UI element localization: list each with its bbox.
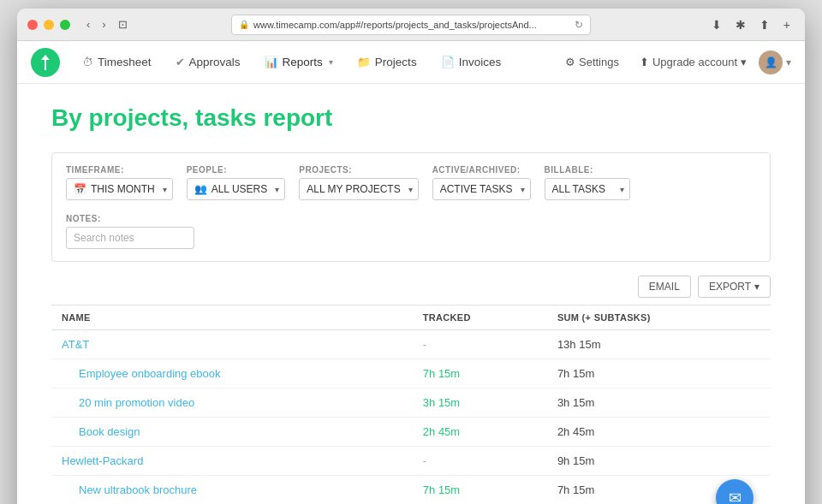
- filter-people: PEOPLE: 👥 ALL USERS: [187, 165, 286, 200]
- table-row: Book design 2h 45m 2h 45m: [51, 418, 771, 447]
- settings-icon: ⚙: [565, 56, 575, 68]
- filter-billable-label: BILLABLE:: [545, 165, 630, 175]
- table-row: New ultrabook brochure 7h 15m 7h 15m: [51, 476, 771, 505]
- nav-approvals-label: Approvals: [189, 56, 241, 68]
- cell-name[interactable]: New ultrabook brochure: [51, 476, 413, 505]
- titlebar-btn-1[interactable]: ⬇: [707, 16, 726, 33]
- filter-projects-select[interactable]: ALL MY PROJECTS: [299, 178, 418, 200]
- cell-sum: 2h 45m: [547, 418, 771, 447]
- window-toggle-button[interactable]: ⊡: [114, 16, 132, 33]
- upgrade-dropdown-arrow: ▾: [741, 56, 747, 68]
- cell-sum: 9h 15m: [547, 447, 771, 476]
- nav-timesheet-label: Timesheet: [98, 56, 152, 68]
- filter-people-value: ALL USERS: [211, 183, 268, 195]
- lock-icon: 🔒: [239, 20, 249, 29]
- filter-billable-value: ALL TASKS: [552, 183, 605, 195]
- cell-name[interactable]: 20 min promotion video: [51, 388, 413, 418]
- url-text: www.timecamp.com/app#/reports/projects_a…: [253, 20, 570, 30]
- nav-approvals[interactable]: ✔ Approvals: [164, 41, 253, 83]
- export-button-label: EXPORT: [709, 281, 751, 293]
- nav-projects[interactable]: 📁 Projects: [345, 41, 429, 83]
- tracked-value: 3h 15m: [423, 396, 460, 409]
- nav-timesheet[interactable]: ⏱ Timesheet: [70, 41, 164, 83]
- filter-people-select[interactable]: 👥 ALL USERS: [187, 178, 286, 200]
- filter-active-archived: ACTIVE/ARCHIVED: ACTIVE TASKS: [432, 165, 531, 200]
- tracked-value: 2h 45m: [423, 425, 460, 438]
- people-icon: 👥: [194, 183, 207, 195]
- cell-sum: 3h 15m: [547, 388, 771, 418]
- invoices-icon: 📄: [441, 56, 455, 68]
- new-tab-button[interactable]: +: [779, 16, 795, 33]
- sum-value: 2h 45m: [557, 425, 594, 438]
- filter-timeframe-select[interactable]: 📅 THIS MONTH: [66, 178, 173, 200]
- filter-billable-select[interactable]: ALL TASKS: [545, 178, 630, 200]
- row-name-link[interactable]: AT&T: [62, 338, 89, 351]
- tracked-value: 7h 15m: [423, 367, 460, 380]
- reports-dropdown-arrow: ▾: [329, 57, 333, 67]
- filter-active-value: ACTIVE TASKS: [440, 183, 513, 195]
- tracked-dash: -: [423, 454, 426, 467]
- cell-sum: 13h 15m: [547, 330, 771, 359]
- maximize-button[interactable]: [60, 20, 70, 30]
- email-button-label: EMAIL: [649, 281, 680, 293]
- row-name-link[interactable]: Hewlett-Packard: [62, 454, 143, 467]
- titlebar-btn-3[interactable]: ⬆: [755, 16, 774, 33]
- nav-reports[interactable]: 📊 Reports ▾: [253, 41, 345, 83]
- email-button[interactable]: EMAIL: [638, 276, 691, 298]
- nav-upgrade-label: Upgrade account: [652, 56, 737, 68]
- forward-button[interactable]: ›: [98, 16, 110, 33]
- nav-invoices[interactable]: 📄 Invoices: [429, 41, 514, 83]
- table-container: NAME TRACKED SUM (+ SUBTASKS) AT&T - 13h…: [51, 305, 771, 504]
- back-button[interactable]: ‹: [82, 16, 94, 33]
- avatar[interactable]: 👤: [759, 50, 783, 74]
- minimize-button[interactable]: [44, 20, 54, 30]
- filter-billable: BILLABLE: ALL TASKS: [545, 165, 630, 200]
- notes-search-input[interactable]: [66, 227, 194, 249]
- cell-name[interactable]: Hewlett-Packard: [51, 447, 413, 476]
- row-name-link[interactable]: Employee onboarding ebook: [79, 367, 221, 380]
- reports-icon: 📊: [265, 56, 278, 68]
- browser-nav: ‹ ›: [82, 16, 110, 33]
- row-name-link[interactable]: New ultrabook brochure: [79, 483, 197, 496]
- titlebar-btn-2[interactable]: ✱: [731, 16, 750, 33]
- reload-icon: ↻: [575, 19, 583, 31]
- calendar-icon: 📅: [74, 183, 86, 195]
- upgrade-icon: ⬆: [640, 56, 649, 68]
- address-bar[interactable]: 🔒 www.timecamp.com/app#/reports/projects…: [231, 15, 591, 35]
- table-row: Hewlett-Packard - 9h 15m: [51, 447, 771, 476]
- tracked-dash: -: [423, 338, 426, 351]
- cell-name[interactable]: AT&T: [51, 330, 413, 359]
- col-header-name: NAME: [51, 305, 413, 330]
- avatar-dropdown-arrow[interactable]: ▾: [786, 56, 791, 68]
- filter-projects-value: ALL MY PROJECTS: [307, 183, 400, 195]
- cell-name[interactable]: Book design: [51, 418, 413, 447]
- page-title: By projects, tasks report: [51, 104, 771, 132]
- nav-projects-label: Projects: [375, 56, 417, 68]
- filter-timeframe: TIMEFRAME: 📅 THIS MONTH: [66, 165, 173, 200]
- traffic-lights: [27, 20, 70, 30]
- main-content: By projects, tasks report TIMEFRAME: 📅 T…: [17, 84, 805, 504]
- filter-projects: PROJECTS: ALL MY PROJECTS: [299, 165, 418, 200]
- row-name-link[interactable]: Book design: [79, 425, 140, 438]
- sum-value: 7h 15m: [557, 367, 594, 380]
- row-name-link[interactable]: 20 min promotion video: [79, 396, 194, 409]
- col-header-tracked: TRACKED: [413, 305, 547, 330]
- nav-upgrade[interactable]: ⬆ Upgrade account ▾: [631, 56, 755, 68]
- filter-timeframe-label: TIMEFRAME:: [66, 165, 173, 175]
- timesheet-icon: ⏱: [82, 56, 93, 68]
- nav-settings[interactable]: ⚙ Settings: [557, 56, 628, 68]
- close-button[interactable]: [27, 20, 38, 30]
- cell-name[interactable]: Employee onboarding ebook: [51, 359, 413, 388]
- filter-projects-label: PROJECTS:: [299, 165, 418, 175]
- titlebar: ‹ › ⊡ 🔒 www.timecamp.com/app#/reports/pr…: [17, 9, 805, 41]
- filter-timeframe-value: THIS MONTH: [91, 183, 155, 195]
- approvals-icon: ✔: [176, 56, 185, 68]
- sum-value: 13h 15m: [557, 338, 601, 351]
- projects-icon: 📁: [357, 56, 371, 68]
- filter-active-select[interactable]: ACTIVE TASKS: [432, 178, 531, 200]
- nav-right: ⚙ Settings ⬆ Upgrade account ▾ 👤 ▾: [557, 50, 791, 74]
- export-button[interactable]: EXPORT ▾: [698, 276, 771, 298]
- logo[interactable]: [31, 48, 60, 77]
- table-row: Employee onboarding ebook 7h 15m 7h 15m: [51, 359, 771, 388]
- titlebar-right: ⬇ ✱ ⬆ +: [707, 16, 795, 33]
